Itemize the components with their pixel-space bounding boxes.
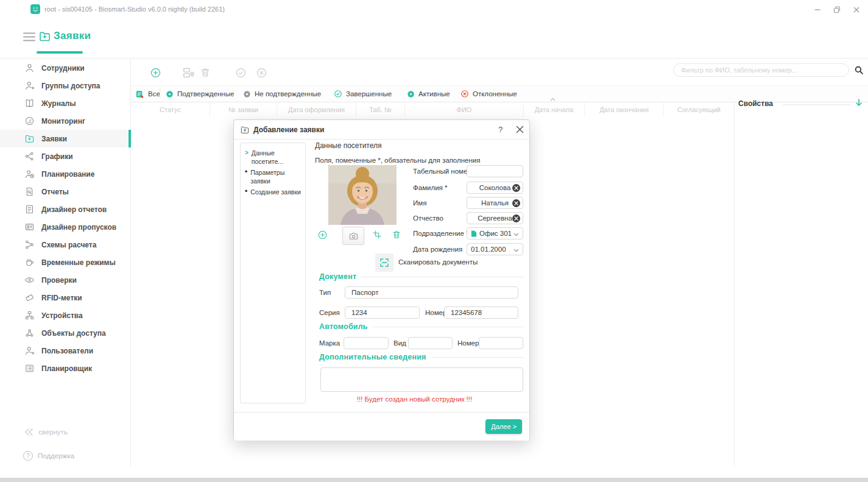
close-window-button[interactable] xyxy=(852,5,861,15)
column-header-request-number[interactable]: № заявки xyxy=(210,102,277,117)
add-photo-button[interactable] xyxy=(317,230,328,240)
car-kind-label: Вид xyxy=(393,339,406,347)
access-objects-icon xyxy=(24,328,35,338)
sidebar-item-journals[interactable]: Журналы xyxy=(0,94,131,112)
sidebar-item-scheduler[interactable]: Планировщик xyxy=(0,360,131,377)
car-kind-input[interactable] xyxy=(408,337,453,349)
sidebar-item-calc-schemes[interactable]: Схемы расчета xyxy=(0,236,131,253)
sidebar-item-devices[interactable]: Устройства xyxy=(0,307,131,324)
sidebar-item-requests[interactable]: Заявки xyxy=(0,130,131,147)
reject-button[interactable] xyxy=(256,67,267,79)
birth-date-label: Дата рождения xyxy=(413,246,462,253)
dialog-close-button[interactable] xyxy=(516,126,524,133)
title-bar: root - sis004105 - Biosmart-Studio v6.0.… xyxy=(0,0,868,18)
properties-collapse-icon[interactable] xyxy=(855,99,863,107)
doc-type-input[interactable] xyxy=(345,286,518,299)
sidebar-item-report-designer[interactable]: Дизайнер отчетов xyxy=(0,200,131,218)
column-header-registration-date[interactable]: Дата оформления xyxy=(277,102,356,117)
properties-divider xyxy=(734,102,735,466)
sidebar-item-monitoring[interactable]: Мониторинг xyxy=(0,112,131,130)
minimize-button[interactable] xyxy=(813,5,822,15)
filter-tab-unconfirmed[interactable]: Не подтвержденные xyxy=(243,86,321,102)
search-icon[interactable] xyxy=(854,65,864,75)
birth-date-select[interactable]: 01.01.2000 xyxy=(467,243,523,255)
sidebar-item-time-modes[interactable]: Временные режимы xyxy=(0,253,131,271)
sidebar-item-label: Дизайнер отчетов xyxy=(41,205,107,214)
column-header-full-name[interactable]: ФИО xyxy=(405,102,524,117)
support-button[interactable]: ? Поддержка xyxy=(23,451,74,461)
extra-info-textarea[interactable] xyxy=(320,367,523,392)
column-header-end-date[interactable]: Дата окончания xyxy=(585,102,664,117)
doc-number-input[interactable] xyxy=(444,307,518,319)
column-header-start-date[interactable]: Дата начала xyxy=(524,102,585,117)
sort-indicator-icon[interactable] xyxy=(550,97,556,101)
filter-tab-label: Активные xyxy=(418,90,450,97)
section-title: Дополнительные сведения xyxy=(319,353,426,361)
sidebar-item-access-objects[interactable]: Объекты доступа xyxy=(0,324,131,342)
filter-tab-label: Все xyxy=(148,90,160,97)
sidebar-item-employees[interactable]: Сотрудники xyxy=(0,59,131,77)
birth-date-value: 01.01.2000 xyxy=(471,246,506,253)
clear-first-name-icon[interactable] xyxy=(512,199,520,207)
first-name-input[interactable]: Наталья xyxy=(467,197,523,209)
sidebar-item-access-groups[interactable]: Группы доступа xyxy=(0,77,131,94)
app-logo-icon xyxy=(30,4,40,14)
search-input[interactable] xyxy=(673,63,849,77)
crop-photo-button[interactable] xyxy=(372,230,382,239)
filter-tab-completed[interactable]: Завершенные xyxy=(334,86,392,102)
sidebar-item-users[interactable]: Пользователи xyxy=(0,342,131,360)
take-photo-button[interactable] xyxy=(342,227,364,245)
last-name-input[interactable]: Соколова xyxy=(467,182,523,194)
clear-middle-name-icon[interactable] xyxy=(512,214,520,222)
column-header-status[interactable]: Статус xyxy=(131,102,210,117)
required-note: Поля, помеченные *, обязательны для запо… xyxy=(315,157,480,164)
scan-documents-button[interactable] xyxy=(375,253,393,272)
sidebar-item-label: Отчеты xyxy=(41,188,69,196)
dialog-help-button[interactable]: ? xyxy=(498,125,503,134)
next-button[interactable]: Далее > xyxy=(485,419,522,434)
sidebar-item-label: Дизайнер пропусков xyxy=(41,223,116,232)
sidebar-item-reports[interactable]: Отчеты xyxy=(0,183,131,200)
car-brand-input[interactable] xyxy=(344,337,389,349)
add-request-button[interactable] xyxy=(150,67,161,79)
department-select[interactable]: Офис 301 xyxy=(467,227,523,239)
car-number-input[interactable] xyxy=(479,337,523,349)
sidebar-item-label: Группы доступа xyxy=(41,82,101,90)
filter-tab-active[interactable]: Активные xyxy=(407,86,450,102)
journals-icon xyxy=(24,98,35,108)
sidebar-item-schedules[interactable]: Графики xyxy=(0,147,131,165)
column-header-approver[interactable]: Согласующий xyxy=(664,102,734,117)
sidebar-item-checks[interactable]: Проверки xyxy=(0,271,131,289)
collapse-sidebar-button[interactable]: свернуть xyxy=(24,428,68,436)
delete-request-button[interactable] xyxy=(200,67,211,78)
delete-photo-button[interactable] xyxy=(392,230,401,239)
confirm-requests-button[interactable] xyxy=(182,66,195,79)
support-label: Поддержка xyxy=(38,452,74,459)
dialog-footer: Далее > xyxy=(234,412,529,441)
middle-name-input[interactable]: Сергеевна xyxy=(467,212,523,224)
approve-button[interactable] xyxy=(235,67,247,79)
clear-last-name-icon[interactable] xyxy=(512,184,520,192)
wizard-step-request-params[interactable]: • Параметры заявки xyxy=(241,167,305,186)
sidebar-item-rfid-tags[interactable]: RFID-метки xyxy=(0,289,131,307)
filter-tab-all[interactable]: Все xyxy=(135,86,160,102)
wizard-step-visitor-data[interactable]: > Данные посетите... xyxy=(241,147,305,167)
personnel-number-input[interactable] xyxy=(467,165,523,177)
filter-tab-rejected[interactable]: Отклоненные xyxy=(460,86,517,102)
sidebar-item-pass-designer[interactable]: Дизайнер пропусков xyxy=(0,218,131,236)
content-title: Данные посетителя xyxy=(315,141,381,150)
doc-series-input[interactable] xyxy=(345,307,420,319)
restore-button[interactable] xyxy=(832,5,842,15)
window-title: root - sis004105 - Biosmart-Studio v6.0.… xyxy=(44,5,225,13)
help-icon: ? xyxy=(23,451,33,461)
confirmed-icon xyxy=(166,90,174,98)
section-title: Автомобиль xyxy=(319,322,368,331)
filter-tab-confirmed[interactable]: Подтвержденные xyxy=(166,86,234,102)
page-title: Заявки xyxy=(54,30,91,42)
wizard-step-create-request[interactable]: • Создание заявки xyxy=(241,186,305,197)
sidebar-item-planning[interactable]: Планирование xyxy=(0,165,131,183)
dialog-header: Добавление заявки ? xyxy=(234,120,529,140)
column-header-personnel-number[interactable]: Таб. № xyxy=(356,102,405,117)
hamburger-menu-icon[interactable] xyxy=(23,32,35,41)
pass-designer-icon xyxy=(24,222,35,232)
